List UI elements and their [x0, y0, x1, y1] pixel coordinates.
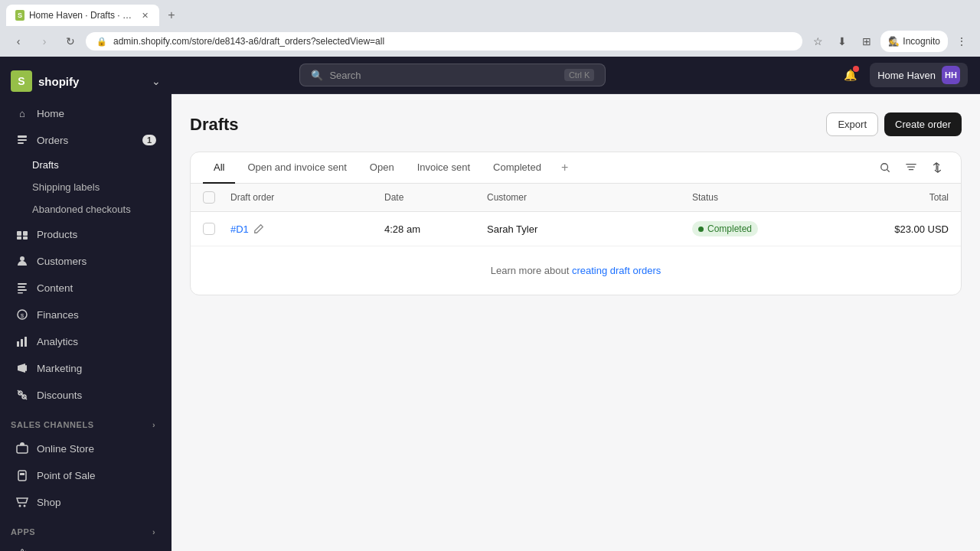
sidebar-item-customers[interactable]: Customers — [5, 248, 167, 274]
browser-titlebar: S Home Haven · Drafts · Shopify ✕ + — [0, 0, 980, 26]
create-order-btn[interactable]: Create order — [884, 112, 962, 136]
bookmark-btn[interactable]: ☆ — [807, 31, 828, 52]
sidebar-header: S shopify ⌄ — [0, 63, 172, 99]
browser-toolbar: ‹ › ↻ 🔒 admin.shopify.com/store/de8143-a… — [0, 26, 980, 57]
svg-rect-17 — [25, 365, 27, 371]
search-box[interactable]: 🔍 Search Ctrl K — [299, 64, 606, 86]
svg-point-22 — [24, 505, 26, 507]
sidebar-item-abandoned-checkouts[interactable]: Abandoned checkouts — [0, 198, 172, 220]
finances-icon: $ — [15, 308, 29, 321]
customers-icon — [15, 254, 29, 268]
svg-rect-18 — [17, 445, 28, 453]
svg-rect-15 — [21, 339, 23, 347]
menu-btn[interactable]: ⋮ — [951, 31, 972, 52]
status-text: Completed — [707, 223, 752, 234]
sidebar-item-products[interactable]: Products — [5, 221, 167, 247]
forward-btn[interactable]: › — [34, 31, 55, 52]
tab-all[interactable]: All — [203, 152, 235, 184]
sidebar-item-online-store[interactable]: Online Store — [5, 435, 167, 461]
tab-open-invoice[interactable]: Open and invoice sent — [237, 152, 357, 184]
sidebar-item-drafts[interactable]: Drafts — [0, 154, 172, 176]
draft-order-link[interactable]: #D1 — [230, 223, 249, 235]
sort-btn[interactable] — [926, 156, 949, 179]
status-dot — [698, 227, 704, 232]
sidebar-item-point-of-sale[interactable]: Point of Sale — [5, 462, 167, 488]
apps-expand-btn[interactable]: › — [147, 525, 161, 539]
sidebar-item-discounts-label: Discounts — [37, 390, 82, 401]
page-actions: Export Create order — [826, 112, 962, 136]
sidebar-item-finances[interactable]: $ Finances — [5, 302, 167, 328]
tab-add-btn[interactable]: + — [554, 155, 576, 181]
sidebar-item-orders[interactable]: Orders 1 — [5, 127, 167, 153]
back-btn[interactable]: ‹ — [8, 31, 29, 52]
search-filter-btn[interactable] — [874, 156, 897, 179]
search-shortcut: Ctrl K — [564, 69, 595, 81]
notification-dot — [853, 66, 859, 72]
incognito-label: Incognito — [903, 36, 940, 47]
svg-rect-1 — [18, 139, 27, 141]
svg-rect-9 — [18, 286, 25, 288]
reload-btn[interactable]: ↻ — [60, 31, 81, 52]
creating-draft-orders-link[interactable]: creating draft orders — [572, 265, 661, 276]
drafts-card: All Open and invoice sent Open Invoice s… — [190, 152, 962, 295]
store-name: Home Haven — [877, 70, 936, 81]
notification-btn[interactable]: 🔔 — [838, 63, 862, 87]
sidebar: S shopify ⌄ ⌂ Home Orders 1 Drafts — [0, 57, 172, 551]
products-icon — [15, 227, 29, 241]
sidebar-item-marketing[interactable]: Marketing — [5, 355, 167, 381]
sales-channels-section: Sales channels › — [0, 409, 172, 435]
sidebar-item-home-label: Home — [37, 108, 64, 119]
sidebar-item-shop-label: Shop — [37, 497, 61, 508]
sidebar-item-discounts[interactable]: Discounts — [5, 382, 167, 408]
browser-tab[interactable]: S Home Haven · Drafts · Shopify ✕ — [6, 5, 159, 26]
settings-icon — [15, 548, 29, 551]
store-badge[interactable]: Home Haven HH — [870, 63, 968, 87]
lock-icon: 🔒 — [96, 37, 107, 47]
url-text: admin.shopify.com/store/de8143-a6/draft_… — [113, 36, 792, 47]
table-row: #D1 4:28 am Sarah Tyler Completed $23.00 — [191, 212, 961, 246]
learn-more-text: Learn more about — [491, 265, 572, 276]
tab-invoice-sent[interactable]: Invoice sent — [407, 152, 481, 184]
sidebar-item-settings[interactable]: Settings — [5, 542, 167, 551]
store-initials: HH — [945, 70, 957, 80]
svg-rect-14 — [17, 341, 19, 347]
row-customer: Sarah Tyler — [487, 223, 692, 235]
svg-rect-0 — [18, 135, 27, 138]
sidebar-item-shop[interactable]: Shop — [5, 489, 167, 515]
sales-channels-expand-btn[interactable]: › — [147, 418, 161, 432]
incognito-badge: 🕵 Incognito — [880, 31, 948, 52]
tabs-bar: All Open and invoice sent Open Invoice s… — [191, 152, 961, 184]
svg-rect-6 — [23, 236, 28, 240]
sidebar-item-analytics[interactable]: Analytics — [5, 328, 167, 354]
address-bar[interactable]: 🔒 admin.shopify.com/store/de8143-a6/draf… — [86, 32, 802, 51]
download-btn[interactable]: ⬇ — [831, 31, 853, 52]
edit-draft-icon[interactable] — [253, 221, 269, 236]
point-of-sale-icon — [15, 468, 29, 482]
tab-open[interactable]: Open — [359, 152, 405, 184]
sidebar-item-shipping-labels[interactable]: Shipping labels — [0, 176, 172, 198]
extensions-btn[interactable]: ⊞ — [856, 31, 877, 52]
sidebar-item-point-of-sale-label: Point of Sale — [37, 470, 96, 481]
svg-rect-5 — [17, 236, 21, 240]
svg-rect-3 — [17, 231, 21, 236]
sidebar-item-content-label: Content — [37, 282, 73, 294]
topbar-actions: 🔔 Home Haven HH — [838, 63, 968, 87]
tab-close-btn[interactable]: ✕ — [139, 9, 150, 21]
header-check — [203, 191, 230, 204]
new-tab-btn[interactable]: + — [162, 6, 181, 24]
search-placeholder: Search — [329, 70, 558, 81]
sidebar-item-abandoned-checkouts-label: Abandoned checkouts — [32, 204, 131, 215]
sidebar-item-analytics-label: Analytics — [37, 336, 78, 347]
filter-btn[interactable] — [900, 156, 923, 179]
page-title: Drafts — [190, 115, 239, 135]
sidebar-item-home[interactable]: ⌂ Home — [5, 100, 167, 126]
sidebar-collapse-btn[interactable]: ⌄ — [152, 75, 161, 87]
export-btn[interactable]: Export — [826, 112, 878, 136]
sidebar-item-content[interactable]: Content — [5, 275, 167, 301]
row-checkbox[interactable] — [203, 223, 215, 235]
select-all-checkbox[interactable] — [203, 191, 215, 204]
tab-completed[interactable]: Completed — [482, 152, 552, 184]
marketing-icon — [15, 361, 29, 375]
app-layout: S shopify ⌄ ⌂ Home Orders 1 Drafts — [0, 57, 980, 551]
incognito-icon: 🕵 — [888, 36, 900, 47]
